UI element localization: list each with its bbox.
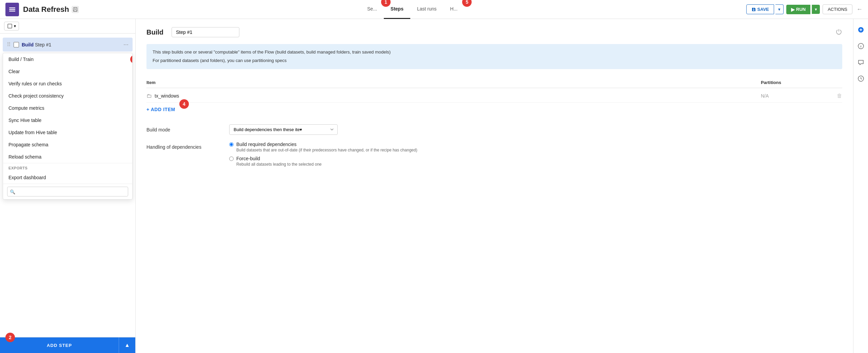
radio-force-build-main: Force-build	[236, 156, 322, 161]
sidebar-toolbar: ▾	[0, 19, 135, 34]
table-header: Item Partitions	[146, 77, 842, 88]
left-sidebar: ▾ ⠿ Build Step #1 ··· Build / Train3 Cle…	[0, 19, 136, 353]
dropdown-item-clear[interactable]: Clear	[3, 65, 132, 78]
svg-rect-2	[9, 11, 15, 12]
dropdown-item-sync-hive[interactable]: Sync Hive table	[3, 114, 132, 126]
topbar: Data Refresh Se... 1 Steps Last runs H..…	[0, 0, 868, 19]
col-header-actions	[829, 80, 842, 85]
dropdown-item-reload-schema[interactable]: Reload schema	[3, 151, 132, 163]
radio-build-required-input[interactable]	[229, 142, 234, 147]
app-title: Data Refresh	[23, 5, 69, 14]
save-dropdown-button[interactable]: ▾	[775, 4, 784, 14]
clock-right-icon[interactable]	[855, 73, 866, 84]
svg-rect-4	[74, 7, 76, 9]
step-item[interactable]: ⠿ Build Step #1 ···	[3, 38, 133, 51]
col-header-item: Item	[146, 80, 761, 85]
right-sidebar	[853, 19, 868, 353]
delete-row-icon[interactable]: 🗑	[837, 93, 842, 99]
dropdown-search-wrap: 🔍	[7, 187, 128, 196]
radio-force-build[interactable]: Force-build Rebuild all datasets leading…	[229, 156, 842, 167]
dropdown-search-input[interactable]	[7, 187, 128, 196]
exports-section-label: EXPORTS	[3, 163, 132, 171]
step-name-input[interactable]	[172, 27, 239, 37]
add-step-button[interactable]: ADD STEP	[0, 337, 119, 353]
step-more-button[interactable]: ···	[123, 41, 129, 48]
step-checkbox[interactable]	[14, 42, 19, 47]
handling-control: Build required dependencies Build datase…	[229, 142, 842, 167]
tab-history[interactable]: H... 5	[443, 0, 465, 19]
build-mode-control: Build dependencies then these ite▾	[229, 124, 842, 135]
build-mode-row: Build mode Build dependencies then these…	[146, 124, 842, 135]
plus-right-icon[interactable]	[855, 24, 866, 35]
dropdown-item-verify-rules[interactable]: Verify rules or run checks	[3, 78, 132, 90]
svg-rect-6	[8, 24, 12, 28]
dropdown-item-update-hive[interactable]: Update from Hive table	[3, 126, 132, 139]
item-name: tx_windows	[155, 93, 179, 99]
info-line-2: For partitioned datasets (and folders), …	[153, 57, 836, 64]
checkbox-dropdown-button[interactable]: ▾	[4, 22, 19, 30]
actions-cell: 🗑	[829, 93, 842, 99]
info-right-icon[interactable]	[855, 41, 866, 51]
dropdown-search-area: 🔍	[3, 184, 132, 199]
drag-handle-icon: ⠿	[7, 41, 11, 48]
info-line-1: This step builds one or several "computa…	[153, 49, 836, 56]
dropdown-item-compute-metrics[interactable]: Compute metrics	[3, 102, 132, 114]
run-dropdown-button[interactable]: ▾	[812, 5, 820, 14]
add-item-button[interactable]: + ADD ITEM	[146, 103, 175, 116]
radio-force-build-sub: Rebuild all datasets leading to the sele…	[236, 162, 322, 167]
handling-label: Handling of dependencies	[146, 142, 221, 150]
title-save-icon[interactable]	[72, 6, 79, 13]
search-icon: 🔍	[10, 189, 15, 194]
sidebar-content: ⠿ Build Step #1 ··· Build / Train3 Clear…	[0, 34, 135, 337]
radio-force-build-labels: Force-build Rebuild all datasets leading…	[236, 156, 322, 167]
dropdown-item-check-consistency[interactable]: Check project consistency	[3, 90, 132, 102]
build-mode-label: Build mode	[146, 124, 221, 132]
power-icon[interactable]	[835, 28, 842, 37]
dropdown-item-build-train[interactable]: Build / Train3	[3, 53, 132, 65]
build-title: Build	[146, 28, 163, 36]
main-layout: ▾ ⠿ Build Step #1 ··· Build / Train3 Cle…	[0, 19, 868, 353]
run-button[interactable]: ▶ RUN	[786, 5, 810, 14]
save-button[interactable]: SAVE	[746, 4, 774, 14]
add-step-bar: 2 ADD STEP ▲	[0, 337, 135, 353]
tab-settings[interactable]: Se... 1	[360, 0, 384, 19]
annotation-badge-3: 3	[130, 55, 133, 63]
add-step-dropdown-button[interactable]: ▲	[119, 337, 135, 353]
actions-button[interactable]: ACTIONS	[823, 4, 852, 14]
svg-rect-0	[9, 7, 15, 8]
info-box: This step builds one or several "computa…	[146, 44, 842, 69]
svg-rect-5	[74, 10, 77, 11]
main-content: Build This step builds one or several "c…	[136, 19, 853, 353]
radio-build-required-labels: Build required dependencies Build datase…	[236, 142, 417, 152]
radio-build-required-main: Build required dependencies	[236, 142, 417, 147]
build-mode-select[interactable]: Build dependencies then these ite▾	[229, 124, 338, 135]
folder-icon: 🗀	[146, 93, 152, 99]
topbar-actions: SAVE ▾ ▶ RUN ▾ ACTIONS ←	[746, 4, 863, 14]
nav-tabs: Se... 1 Steps Last runs H... 5	[79, 0, 746, 19]
build-mode-section: Build mode Build dependencies then these…	[146, 124, 842, 167]
tab-steps[interactable]: Steps	[384, 0, 410, 19]
content-header: Build	[146, 27, 842, 37]
items-table: Item Partitions 🗀 tx_windows N/A 🗑 4 + A…	[146, 77, 842, 116]
radio-force-build-input[interactable]	[229, 157, 234, 161]
radio-build-required-sub: Build datasets that are out-of-date (if …	[236, 148, 417, 152]
tab-last-runs[interactable]: Last runs	[410, 0, 443, 19]
step-type-dropdown: Build / Train3 Clear Verify rules or run…	[3, 53, 133, 200]
chat-right-icon[interactable]	[855, 57, 866, 68]
back-button[interactable]: ←	[856, 6, 863, 13]
handling-row: Handling of dependencies Build required …	[146, 142, 842, 167]
item-cell: 🗀 tx_windows	[146, 93, 761, 99]
add-item-wrapper: 4 + ADD ITEM	[146, 103, 175, 116]
col-header-partitions: Partitions	[761, 80, 829, 85]
svg-rect-1	[9, 9, 15, 10]
menu-icon[interactable]	[5, 3, 19, 16]
radio-group: Build required dependencies Build datase…	[229, 142, 842, 167]
dropdown-item-propagate-schema[interactable]: Propagate schema	[3, 139, 132, 151]
partitions-cell: N/A	[761, 93, 829, 99]
annotation-badge-5: 5	[462, 0, 472, 7]
table-row: 🗀 tx_windows N/A 🗑	[146, 89, 842, 103]
dropdown-item-export-dashboard[interactable]: Export dashboard	[3, 171, 132, 184]
radio-build-required[interactable]: Build required dependencies Build datase…	[229, 142, 842, 152]
